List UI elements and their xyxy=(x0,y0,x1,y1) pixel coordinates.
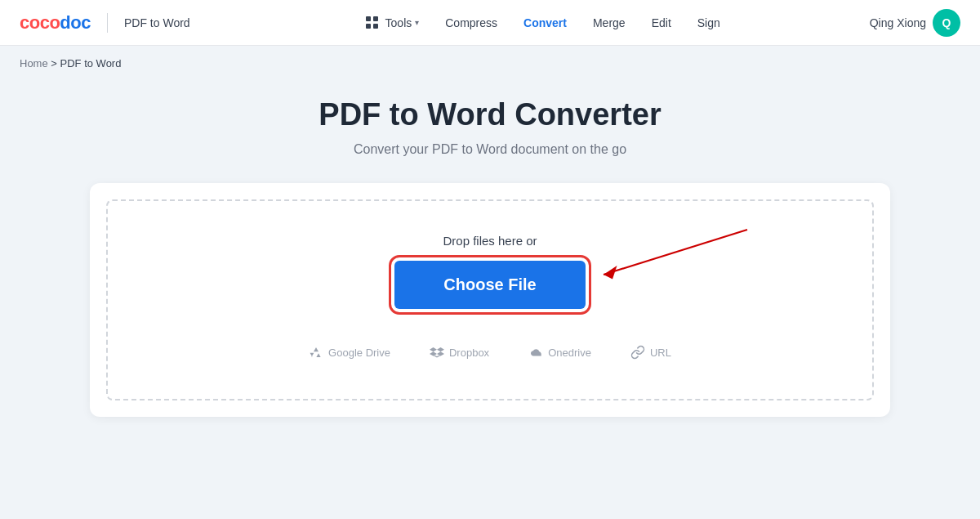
header: cocodoc PDF to Word Tools ▾ Compress Con… xyxy=(0,0,980,46)
onedrive-label: Onedrive xyxy=(548,347,591,359)
source-options: Google Drive Dropbox xyxy=(309,345,671,366)
tools-grid-icon xyxy=(366,16,379,29)
breadcrumb-home[interactable]: Home xyxy=(20,57,48,69)
main-content: PDF to Word Converter Convert your PDF t… xyxy=(0,81,980,450)
page-subtitle: Convert your PDF to Word document on the… xyxy=(354,142,626,157)
nav-convert[interactable]: Convert xyxy=(523,16,567,29)
source-google-drive[interactable]: Google Drive xyxy=(309,345,390,360)
drop-text: Drop files here or xyxy=(443,234,537,248)
nav-compress[interactable]: Compress xyxy=(445,16,497,29)
svg-line-0 xyxy=(604,230,747,275)
source-url[interactable]: URL xyxy=(630,345,671,360)
source-dropbox[interactable]: Dropbox xyxy=(430,345,489,360)
nav-tools[interactable]: Tools ▾ xyxy=(366,16,420,29)
onedrive-icon xyxy=(528,345,543,360)
upload-card: Drop files here or Choose File xyxy=(90,183,890,417)
source-onedrive[interactable]: Onedrive xyxy=(528,345,591,360)
logo-coco: coco xyxy=(20,12,60,33)
nav-sign[interactable]: Sign xyxy=(697,16,720,29)
logo-area: cocodoc PDF to Word xyxy=(20,12,190,34)
main-nav: Tools ▾ Compress Convert Merge Edit Sign xyxy=(216,16,870,29)
user-name: Qing Xiong xyxy=(870,16,926,29)
breadcrumb-separator: > xyxy=(51,57,60,69)
logo-text: cocodoc xyxy=(20,12,91,34)
dropbox-label: Dropbox xyxy=(449,347,489,359)
svg-marker-1 xyxy=(604,266,617,280)
arrow-annotation xyxy=(586,217,765,315)
choose-file-wrapper: Choose File xyxy=(394,261,585,309)
logo-doc: doc xyxy=(60,12,91,33)
url-label: URL xyxy=(650,347,671,359)
nav-merge[interactable]: Merge xyxy=(593,16,626,29)
google-drive-label: Google Drive xyxy=(328,347,390,359)
nav-edit[interactable]: Edit xyxy=(652,16,671,29)
avatar[interactable]: Q xyxy=(933,9,960,37)
google-drive-icon xyxy=(309,345,323,360)
logo-divider xyxy=(107,13,108,33)
drop-zone[interactable]: Drop files here or Choose File xyxy=(106,199,874,400)
url-icon xyxy=(630,345,645,360)
user-area: Qing Xiong Q xyxy=(870,9,960,37)
breadcrumb: Home > PDF to Word xyxy=(0,46,980,81)
dropbox-icon xyxy=(430,345,444,360)
page-title: PDF to Word Converter xyxy=(318,97,661,132)
choose-file-button[interactable]: Choose File xyxy=(394,261,585,309)
chevron-down-icon: ▾ xyxy=(415,18,419,27)
breadcrumb-current: PDF to Word xyxy=(60,57,122,69)
logo-page-subtitle: PDF to Word xyxy=(124,16,190,29)
